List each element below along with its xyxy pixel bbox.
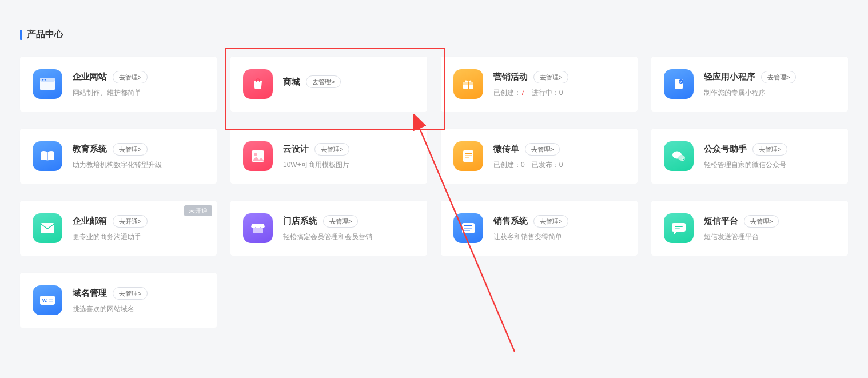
storefront-icon: [243, 213, 273, 243]
section-title: 产品中心: [20, 29, 848, 41]
shopping-bag-icon: [243, 69, 273, 99]
manage-button[interactable]: 去管理>: [306, 75, 341, 88]
svg-rect-14: [465, 155, 472, 156]
card-edu[interactable]: 教育系统 去管理> 助力教培机构数字化转型升级: [20, 129, 217, 184]
svg-rect-22: [464, 225, 472, 226]
manage-button[interactable]: 去管理>: [314, 143, 349, 156]
svg-point-2: [42, 79, 43, 80]
manage-button[interactable]: 去管理>: [113, 143, 148, 156]
svg-rect-15: [465, 157, 469, 158]
sub-count-running: 0: [559, 89, 563, 97]
card-title: 微传单: [493, 144, 519, 154]
envelope-icon: [33, 213, 62, 243]
svg-point-8: [679, 79, 683, 84]
manage-button[interactable]: 去管理>: [752, 143, 787, 156]
manage-button[interactable]: 去管理>: [533, 215, 568, 228]
card-subtitle: 更专业的商务沟通助手: [73, 232, 204, 242]
card-subtitle: 已创建：0 已发布：0: [493, 160, 625, 170]
card-mall[interactable]: 商城 去管理>: [230, 57, 427, 112]
sub-count-published: 0: [559, 161, 563, 169]
card-title: 商城: [283, 77, 300, 87]
list-icon: [453, 213, 483, 243]
svg-rect-25: [675, 226, 683, 227]
gift-icon: [453, 69, 483, 99]
sub-mid: 进行中：: [525, 89, 559, 97]
card-title: 域名管理: [73, 288, 107, 299]
manage-button[interactable]: 去管理>: [113, 287, 148, 300]
card-subtitle: 10W+可商用模板图片: [283, 160, 415, 170]
card-website[interactable]: 企业网站 去管理> 网站制作、维护都简单: [20, 57, 217, 112]
svg-point-18: [682, 158, 684, 161]
svg-rect-30: [49, 301, 53, 302]
manage-button[interactable]: 去管理>: [323, 215, 358, 228]
sub-count-created: 7: [521, 89, 525, 97]
sub-count-created: 0: [521, 161, 525, 169]
activate-button[interactable]: 去开通>: [113, 215, 148, 228]
card-title: 门店系统: [283, 216, 317, 226]
card-title: 轻应用小程序: [704, 71, 755, 82]
sub-pre: 已创建：: [493, 161, 521, 169]
card-subtitle: 短信发送管理平台: [704, 232, 835, 242]
card-subtitle: 制作您的专属小程序: [704, 88, 835, 98]
manage-button[interactable]: 去管理>: [744, 215, 779, 228]
miniapp-icon: [664, 69, 694, 99]
sub-pre: 已创建：: [493, 89, 521, 97]
card-mp[interactable]: 公众号助手 去管理> 轻松管理自家的微信公众号: [651, 129, 848, 184]
svg-rect-29: [49, 299, 53, 300]
wechat-icon: [664, 141, 694, 171]
card-sales[interactable]: 销售系统 去管理> 让获客和销售变得简单: [441, 201, 638, 256]
svg-rect-26: [675, 228, 680, 229]
section-title-text: 产品中心: [27, 29, 63, 41]
svg-point-11: [254, 153, 257, 156]
section-title-bar: [20, 30, 22, 40]
book-icon: [33, 141, 62, 171]
card-title: 公众号助手: [704, 144, 747, 154]
inactive-badge: 未开通: [184, 205, 212, 216]
card-title: 营销活动: [493, 71, 528, 82]
manage-button[interactable]: 去管理>: [761, 71, 796, 83]
svg-text:W.: W.: [42, 298, 47, 303]
card-subtitle: 轻松搞定会员管理和会员营销: [283, 232, 415, 242]
svg-rect-23: [464, 228, 472, 229]
svg-point-3: [45, 79, 46, 80]
card-domain[interactable]: W. 域名管理 去管理> 挑选喜欢的网站域名: [20, 273, 217, 328]
svg-rect-24: [464, 230, 470, 231]
card-marketing[interactable]: 营销活动 去管理> 已创建：7 进行中：0: [441, 57, 638, 112]
manage-button[interactable]: 去管理>: [525, 143, 560, 156]
svg-rect-19: [41, 223, 54, 233]
card-title: 云设计: [283, 144, 309, 154]
product-grid: 企业网站 去管理> 网站制作、维护都简单 商城 去管理>: [20, 57, 848, 328]
card-subtitle: 挑选喜欢的网站域名: [73, 304, 204, 314]
card-subtitle: 网站制作、维护都简单: [73, 88, 204, 98]
card-title: 教育系统: [73, 144, 107, 154]
chat-bubble-icon: [664, 213, 694, 243]
svg-rect-20: [253, 228, 263, 233]
card-subtitle: 已创建：7 进行中：0: [493, 88, 625, 98]
card-design[interactable]: 云设计 去管理> 10W+可商用模板图片: [230, 129, 427, 184]
manage-button[interactable]: 去管理>: [113, 71, 148, 83]
sub-mid: 已发布：: [525, 161, 559, 169]
card-mail[interactable]: 未开通 企业邮箱 去开通> 更专业的商务沟通助手: [20, 201, 217, 256]
card-miniapp[interactable]: 轻应用小程序 去管理> 制作您的专属小程序: [651, 57, 848, 112]
card-subtitle: 轻松管理自家的微信公众号: [704, 160, 835, 170]
card-subtitle: 助力教培机构数字化转型升级: [73, 160, 204, 170]
browser-window-icon: [33, 69, 62, 99]
card-title: 短信平台: [704, 216, 738, 226]
domain-icon: W.: [33, 285, 62, 315]
card-title: 企业邮箱: [73, 216, 107, 226]
flyer-icon: [453, 141, 483, 171]
card-flyer[interactable]: 微传单 去管理> 已创建：0 已发布：0: [441, 129, 638, 184]
card-sms[interactable]: 短信平台 去管理> 短信发送管理平台: [651, 201, 848, 256]
card-subtitle: 让获客和销售变得简单: [493, 232, 625, 242]
image-icon: [243, 141, 273, 171]
card-title: 销售系统: [493, 216, 528, 226]
card-title: 企业网站: [73, 71, 107, 82]
card-store[interactable]: 门店系统 去管理> 轻松搞定会员管理和会员营销: [230, 201, 427, 256]
svg-rect-6: [468, 82, 469, 89]
manage-button[interactable]: 去管理>: [533, 71, 568, 83]
svg-rect-13: [465, 153, 472, 154]
